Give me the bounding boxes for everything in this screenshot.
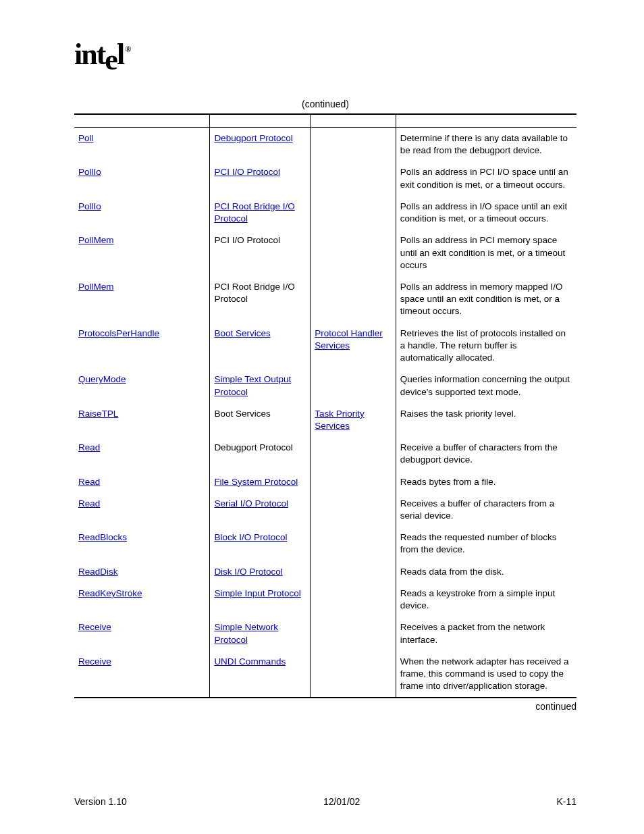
service-name[interactable]: File System Protocol	[214, 477, 298, 487]
service-name: Boot Services	[214, 409, 270, 419]
subservice-name[interactable]: Task Priority Services	[315, 409, 365, 431]
table-row: ProtocolsPerHandleBoot ServicesProtocol …	[74, 323, 576, 369]
description: Retrieves the list of protocols installe…	[396, 323, 576, 369]
table-row: ReadSerial I/O ProtocolReceives a buffer…	[74, 493, 576, 527]
function-name[interactable]: PollIo	[78, 201, 101, 211]
table-row: RaiseTPLBoot ServicesTask Priority Servi…	[74, 403, 576, 437]
function-name[interactable]: Read	[78, 477, 100, 487]
table-row: ReadFile System ProtocolReads bytes from…	[74, 471, 576, 493]
service-name[interactable]: Simple Input Protocol	[214, 588, 300, 598]
footer-page: K-11	[556, 796, 576, 807]
function-name[interactable]: QueryMode	[78, 374, 126, 384]
description: Receive a buffer of characters from the …	[396, 437, 576, 471]
function-name[interactable]: PollMem	[78, 282, 114, 292]
function-name[interactable]: ReadDisk	[78, 567, 118, 577]
description: Reads a keystroke from a simple input de…	[396, 583, 576, 617]
service-name[interactable]: PCI Root Bridge I/O Protocol	[214, 201, 294, 224]
continued-footer: continued	[74, 701, 576, 712]
service-name[interactable]: Disk I/O Protocol	[214, 567, 282, 577]
table-row: PollDebugport ProtocolDetermine if there…	[74, 128, 576, 162]
description: When the network adapter has received a …	[396, 651, 576, 698]
service-name: PCI I/O Protocol	[214, 235, 280, 245]
service-name[interactable]: Boot Services	[214, 328, 270, 338]
table-row: PollMemPCI Root Bridge I/O ProtocolPolls…	[74, 276, 576, 323]
table-row: PollMemPCI I/O ProtocolPolls an address …	[74, 230, 576, 276]
service-name[interactable]: UNDI Commands	[214, 656, 286, 667]
description: Raises the task priority level.	[396, 403, 576, 437]
function-name[interactable]: ProtocolsPerHandle	[78, 328, 159, 338]
description: Polls an address in PCI memory space unt…	[396, 230, 576, 276]
description: Reads bytes from a file.	[396, 471, 576, 493]
table-row: PollIoPCI Root Bridge I/O ProtocolPolls …	[74, 196, 576, 230]
service-name[interactable]: Simple Network Protocol	[214, 622, 278, 644]
description: Receives a packet from the network inter…	[396, 617, 576, 650]
function-name[interactable]: PollIo	[78, 167, 101, 177]
footer-date: 12/01/02	[323, 796, 360, 807]
description: Polls an address in PCI I/O space until …	[396, 161, 576, 195]
description: Determine if there is any data available…	[396, 128, 576, 162]
function-name[interactable]: Receive	[78, 622, 111, 632]
table-row: ReadDebugport ProtocolReceive a buffer o…	[74, 437, 576, 471]
table-row: QueryModeSimple Text Output ProtocolQuer…	[74, 369, 576, 402]
service-name: PCI Root Bridge I/O Protocol	[214, 282, 294, 304]
function-name[interactable]: Read	[78, 498, 100, 509]
function-name[interactable]: Receive	[78, 656, 111, 667]
function-name[interactable]: RaiseTPL	[78, 409, 118, 419]
subservice-name[interactable]: Protocol Handler Services	[315, 328, 383, 350]
function-name[interactable]: Poll	[78, 133, 94, 143]
description: Receives a buffer of characters from a s…	[396, 493, 576, 527]
table-row: ReceiveSimple Network ProtocolReceives a…	[74, 617, 576, 650]
footer-version: Version 1.10	[74, 796, 127, 807]
description: Queries information concerning the outpu…	[396, 369, 576, 402]
table-row: ReadDiskDisk I/O ProtocolReads data from…	[74, 561, 576, 583]
service-name[interactable]: Debugport Protocol	[214, 133, 292, 143]
description: Polls an address in I/O space until an e…	[396, 196, 576, 230]
service-name[interactable]: Simple Text Output Protocol	[214, 374, 291, 396]
service-name[interactable]: PCI I/O Protocol	[214, 167, 280, 177]
service-name[interactable]: Block I/O Protocol	[214, 532, 287, 542]
description: Reads the requested number of blocks fro…	[396, 527, 576, 561]
table-row: PollIoPCI I/O ProtocolPolls an address i…	[74, 161, 576, 195]
service-name[interactable]: Serial I/O Protocol	[214, 498, 288, 509]
page-footer: Version 1.10 12/01/02 K-11	[74, 796, 576, 807]
intel-logo: intel®	[74, 37, 576, 72]
table-row: ReceiveUNDI CommandsWhen the network ada…	[74, 651, 576, 698]
service-name: Debugport Protocol	[214, 442, 292, 452]
function-name[interactable]: ReadKeyStroke	[78, 588, 142, 598]
table-row: ReadBlocksBlock I/O ProtocolReads the re…	[74, 527, 576, 561]
description: Reads data from the disk.	[396, 561, 576, 583]
function-name[interactable]: PollMem	[78, 235, 114, 245]
table-row: ReadKeyStrokeSimple Input ProtocolReads …	[74, 583, 576, 617]
description: Polls an address in memory mapped I/O sp…	[396, 276, 576, 323]
continued-header: (continued)	[74, 99, 576, 109]
function-name[interactable]: ReadBlocks	[78, 532, 127, 542]
functions-table: PollDebugport ProtocolDetermine if there…	[74, 113, 576, 698]
function-name[interactable]: Read	[78, 442, 100, 452]
